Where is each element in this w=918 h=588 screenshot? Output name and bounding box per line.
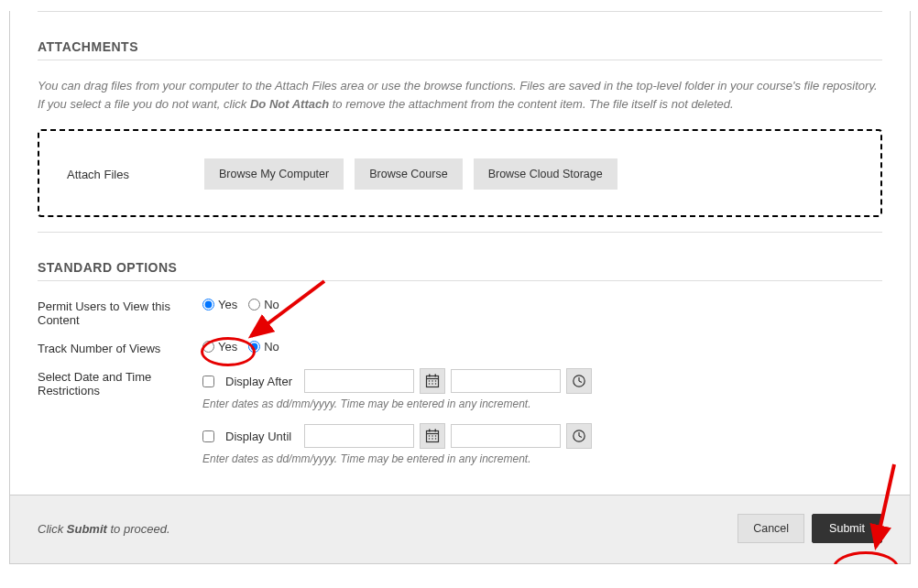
svg-rect-2 — [429, 375, 431, 377]
attach-files-label: Attach Files — [67, 168, 204, 181]
footer-suffix: to proceed. — [107, 522, 170, 536]
display-until-clock-button[interactable] — [566, 423, 592, 449]
display-after-checkbox[interactable] — [202, 376, 214, 387]
display-after-date-input[interactable] — [304, 369, 414, 393]
svg-point-5 — [432, 380, 433, 382]
permit-yes-text: Yes — [218, 298, 237, 311]
display-until-calendar-button[interactable] — [420, 423, 445, 449]
footer-proceed-text: Click Submit to proceed. — [38, 522, 170, 536]
svg-point-19 — [435, 435, 437, 437]
footer-bold: Submit — [67, 522, 107, 536]
browse-my-computer-button[interactable]: Browse My Computer — [204, 158, 344, 190]
svg-rect-15 — [429, 430, 431, 432]
svg-point-6 — [435, 380, 437, 382]
permit-yes-option[interactable]: Yes — [202, 298, 237, 311]
svg-point-4 — [429, 380, 431, 382]
display-after-label: Display After — [225, 375, 299, 388]
permit-no-radio[interactable] — [248, 299, 260, 310]
display-after-clock-button[interactable] — [566, 368, 592, 394]
track-yes-radio[interactable] — [202, 341, 214, 353]
date-restrictions-label: Select Date and Time Restrictions — [38, 368, 202, 397]
svg-point-17 — [429, 435, 431, 437]
permit-yes-radio[interactable] — [202, 299, 214, 310]
track-yes-option[interactable]: Yes — [202, 340, 237, 354]
display-until-time-input[interactable] — [451, 424, 561, 448]
permit-no-option[interactable]: No — [248, 298, 279, 311]
display-until-label: Display Until — [225, 430, 299, 443]
svg-point-7 — [429, 383, 431, 385]
cancel-button[interactable]: Cancel — [738, 514, 804, 543]
attachments-heading: ATTACHMENTS — [38, 39, 882, 60]
standard-options-heading: STANDARD OPTIONS — [38, 260, 882, 281]
svg-line-25 — [579, 436, 582, 438]
track-views-label: Track Number of Views — [38, 340, 202, 355]
help-text-suffix: to remove the attachment from the conten… — [329, 97, 734, 111]
calendar-icon — [425, 429, 440, 443]
attach-files-dropzone[interactable]: Attach Files Browse My Computer Browse C… — [38, 129, 882, 217]
svg-point-21 — [432, 438, 433, 440]
svg-point-9 — [435, 383, 437, 385]
display-until-checkbox[interactable] — [202, 430, 214, 442]
browse-cloud-storage-button[interactable]: Browse Cloud Storage — [474, 158, 617, 190]
display-until-hint: Enter dates as dd/mm/yyyy. Time may be e… — [202, 452, 882, 465]
clock-icon — [572, 374, 586, 388]
svg-point-22 — [435, 438, 437, 440]
browse-course-button[interactable]: Browse Course — [355, 158, 462, 190]
track-no-option[interactable]: No — [248, 340, 279, 354]
submit-button[interactable]: Submit — [812, 514, 882, 543]
svg-rect-16 — [435, 430, 437, 432]
display-after-calendar-button[interactable] — [420, 368, 445, 394]
track-no-radio[interactable] — [248, 341, 260, 353]
svg-point-20 — [429, 438, 431, 440]
display-after-hint: Enter dates as dd/mm/yyyy. Time may be e… — [202, 397, 882, 410]
footer-prefix: Click — [38, 522, 67, 536]
clock-icon — [572, 429, 586, 443]
permit-users-label: Permit Users to View this Content — [38, 298, 202, 327]
attachments-help: You can drag files from your computer to… — [38, 77, 882, 113]
display-after-time-input[interactable] — [451, 369, 561, 393]
svg-point-18 — [432, 435, 433, 437]
svg-rect-3 — [435, 375, 437, 377]
help-text-bold: Do Not Attach — [250, 97, 329, 111]
display-until-date-input[interactable] — [304, 424, 414, 448]
calendar-icon — [425, 374, 440, 388]
svg-line-12 — [579, 381, 582, 383]
track-yes-text: Yes — [218, 340, 237, 354]
svg-point-8 — [432, 383, 433, 385]
track-no-text: No — [264, 340, 279, 354]
permit-no-text: No — [264, 298, 279, 311]
